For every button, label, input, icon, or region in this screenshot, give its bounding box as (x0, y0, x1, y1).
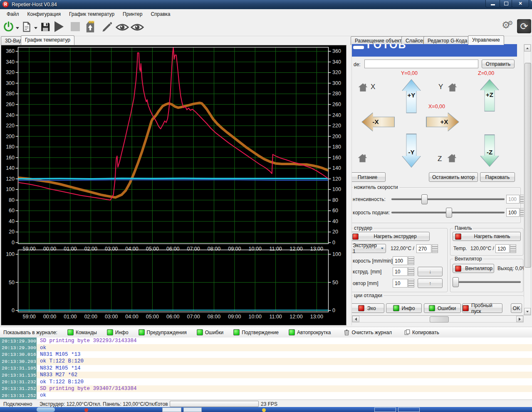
home-x-icon[interactable] (357, 82, 369, 92)
menu-item-4[interactable]: Справка (146, 10, 174, 18)
intensity-spinner[interactable]: 100 (506, 195, 524, 204)
svg-text:50: 50 (332, 280, 338, 285)
filter-check-2[interactable]: Предупраждения (139, 329, 187, 335)
home-y-icon[interactable] (447, 82, 458, 92)
svg-text:80: 80 (9, 197, 15, 203)
menu-item-1[interactable]: Конфигурация (23, 10, 65, 18)
log-message: SD printing byte 392293/3143384 (37, 338, 137, 344)
close-button[interactable]: ✕ (512, 0, 529, 7)
gcode-input[interactable] (364, 60, 478, 68)
right-tab-2[interactable]: Редактор G-Кода (423, 36, 471, 45)
send-gcode-button[interactable]: Отправить (482, 60, 515, 68)
extruder-speed-spinner[interactable]: 100 (393, 256, 414, 265)
settings-gears-icon[interactable]: ⚙⚙ (502, 20, 515, 31)
home-all-icon[interactable] (357, 153, 368, 163)
log-panel[interactable]: 20:13:29.300SD printing byte 392293/3143… (0, 338, 532, 400)
fan-slider[interactable] (453, 277, 521, 286)
left-tab-1[interactable]: График температур (21, 35, 74, 45)
taskbar-button[interactable] (37, 407, 55, 412)
menu-item-3[interactable]: Принтер (119, 10, 146, 18)
fps-indicator: 23 FPS (261, 401, 277, 407)
checkbox-icon (289, 329, 295, 335)
edit-gcode-icon[interactable] (101, 21, 113, 33)
restore-button[interactable] (500, 0, 512, 7)
retract-spinner[interactable]: 10 (393, 279, 414, 288)
extrude-down-button[interactable]: ↓ (418, 267, 443, 276)
jog-minus-x-button[interactable]: -X (361, 112, 395, 132)
new-file-dropdown-icon[interactable] (34, 27, 37, 29)
filter-check-1[interactable]: Инфо (107, 329, 129, 335)
taskbar-tab[interactable] (162, 407, 181, 412)
home-z-icon[interactable] (446, 153, 458, 163)
svg-text:05:00: 05:00 (146, 314, 159, 320)
debug-button-3[interactable]: Пробный пуск (462, 303, 502, 313)
refresh-icon[interactable]: ⟳ (517, 19, 531, 33)
extruder-selector[interactable]: Экструдер 1 (351, 244, 386, 253)
svg-text:220: 220 (332, 123, 341, 129)
splitter[interactable] (346, 45, 351, 325)
feedrate-label: корость подачи: (353, 210, 390, 216)
power-dropdown-icon[interactable] (16, 27, 19, 29)
extruder-target-spinner[interactable]: 270 (416, 244, 438, 253)
filter-check-5[interactable]: Автопрокрутка (289, 329, 331, 335)
jog-plus-x-button[interactable]: +X (426, 112, 459, 132)
svg-text:180: 180 (6, 144, 15, 150)
right-tabstrip: Размещение объектаСлайсерРедактор G-Кода… (351, 36, 532, 45)
menu-item-0[interactable]: Файл (2, 10, 23, 18)
stop-motor-button[interactable]: Остановить мотор (429, 172, 478, 182)
jog-plus-y-button[interactable]: +Y (402, 79, 421, 113)
taskbar-tab[interactable] (398, 407, 420, 412)
restore-icon (504, 2, 508, 5)
taskbar-app-icon[interactable] (262, 408, 266, 412)
retract-up-button[interactable]: ↑ (418, 278, 443, 288)
checkbox-icon (197, 329, 203, 335)
taskbar-tab[interactable] (374, 407, 396, 412)
debug-button-4[interactable]: OK (511, 303, 522, 313)
heat-extruder-button[interactable]: Нагреть экструдер (351, 232, 430, 241)
show-filament-eye-icon[interactable] (116, 23, 129, 32)
show-travel-eye-icon[interactable] (131, 23, 144, 32)
filter-check-3[interactable]: Ошибки (197, 329, 224, 335)
gcode-label: de: (354, 62, 361, 67)
z-axis-letter: Z (438, 155, 442, 163)
panel-hscrollbar[interactable] (352, 315, 524, 323)
extrude-length-spinner[interactable]: 10 (393, 267, 414, 276)
log-timestamp: 20:13:31.252 (0, 385, 37, 392)
right-tab-3[interactable]: Управление (468, 35, 504, 45)
filter-check-0[interactable]: Команды (67, 329, 97, 335)
windows-taskbar[interactable] (0, 407, 532, 412)
menu-item-2[interactable]: График температур (65, 10, 119, 18)
svg-text:340: 340 (6, 59, 15, 65)
titlebar[interactable]: R Repetier-Host V0.84 ✕ (0, 0, 532, 9)
jog-minus-y-button[interactable]: -Y (402, 134, 421, 168)
taskbar-tab[interactable] (183, 407, 202, 412)
led-icon (358, 305, 364, 311)
taskbar-app-icon[interactable] (84, 408, 88, 412)
feedrate-spinner[interactable]: 100 (506, 208, 524, 217)
jog-plus-z-button[interactable]: +Z (480, 79, 499, 112)
sd-card-icon[interactable] (84, 20, 96, 33)
save-icon[interactable] (40, 21, 51, 32)
park-button[interactable]: Парковать (480, 172, 515, 182)
log-row: 20:13:30.203ok T:122 B:120 (0, 358, 532, 365)
clear-log-button[interactable]: Очистить журнал (344, 329, 392, 335)
heat-bed-button[interactable]: Нагреть панель (453, 232, 521, 241)
intensity-slider[interactable] (391, 194, 505, 204)
power-toggle-icon[interactable] (3, 21, 14, 32)
minimize-button[interactable] (485, 0, 500, 7)
jog-minus-z-button[interactable]: -Z (480, 134, 499, 167)
copy-log-button[interactable]: Копировать (404, 329, 439, 335)
fan-button[interactable]: Вентилятор (453, 264, 494, 273)
debug-button-0[interactable]: Эхо (351, 303, 384, 313)
bed-target-spinner[interactable]: 120 (495, 244, 516, 253)
panel-vscrollbar[interactable] (524, 44, 531, 315)
debug-button-2[interactable]: Ошибки (424, 303, 461, 313)
stop-job-icon (71, 22, 80, 31)
new-file-icon[interactable] (21, 21, 32, 32)
feedrate-slider[interactable] (391, 208, 505, 217)
power-button[interactable]: Питание (351, 172, 386, 182)
filter-check-4[interactable]: Подтверждение (233, 329, 279, 335)
debug-button-1[interactable]: Инфо (386, 303, 422, 313)
run-job-icon[interactable] (54, 21, 64, 32)
right-tab-0[interactable]: Размещение объекта (351, 36, 408, 45)
